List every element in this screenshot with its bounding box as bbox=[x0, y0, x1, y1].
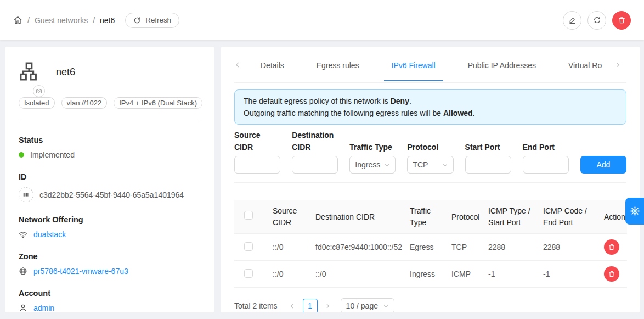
refresh-label: Refresh bbox=[145, 16, 171, 24]
trash-icon bbox=[608, 243, 615, 251]
protocol-select[interactable]: TCP bbox=[407, 156, 453, 174]
cell-destination-cidr: fd0c:c87e:9440:1000::/52 bbox=[311, 234, 405, 261]
trash-icon bbox=[608, 270, 615, 278]
firewall-rules-table: Source CIDR Destination CIDR Traffic Typ… bbox=[234, 200, 627, 288]
field-traffic-type: Traffic Type Ingress bbox=[349, 141, 396, 174]
refresh-button[interactable]: Refresh bbox=[125, 13, 179, 28]
chevron-down-icon bbox=[383, 303, 389, 309]
cell-traffic-type: Ingress bbox=[405, 261, 447, 288]
tag-isolated: Isolated bbox=[19, 97, 55, 109]
cell-source-cidr: ::/0 bbox=[268, 234, 311, 261]
field-end-port: End Port bbox=[523, 141, 569, 174]
tab-ipv6-firewall[interactable]: IPv6 Firewall bbox=[384, 49, 443, 81]
home-icon[interactable] bbox=[13, 15, 22, 25]
next-page-icon[interactable] bbox=[322, 299, 334, 312]
table-row: ::/0 fd0c:c87e:9440:1000::/52 Egress TCP… bbox=[234, 234, 627, 261]
col-source-cidr: Source CIDR bbox=[268, 200, 311, 234]
col-icmp-code-end-port: ICMP Code / End Port bbox=[539, 200, 600, 234]
add-button[interactable]: Add bbox=[580, 156, 626, 174]
detail-card: Details Egress rules IPv6 Firewall Publi… bbox=[221, 47, 640, 312]
restart-button[interactable] bbox=[587, 11, 606, 30]
resource-card: net6 Isolated vlan://1022 IPv4 + IPv6 (D… bbox=[5, 47, 214, 312]
banner-line-1: The default egress policy of this networ… bbox=[244, 95, 617, 107]
breadcrumb-guest-networks[interactable]: Guest networks bbox=[35, 16, 88, 25]
col-icmp-type-start-port: ICMP Type / Start Port bbox=[484, 200, 539, 234]
field-destination-cidr: Destination CIDR bbox=[292, 129, 338, 174]
breadcrumb-net6: net6 bbox=[100, 16, 115, 25]
traffic-type-value: Ingress bbox=[355, 160, 380, 169]
status-label: Status bbox=[19, 136, 201, 144]
traffic-type-select[interactable]: Ingress bbox=[349, 156, 396, 174]
tag-dualstack: IPv4 + IPv6 (Dual Stack) bbox=[114, 97, 202, 109]
reload-icon bbox=[133, 16, 141, 24]
table-footer: Total 2 items 1 10 / page bbox=[234, 298, 626, 312]
section-account: Account admin bbox=[19, 289, 201, 312]
protocol-label: Protocol bbox=[407, 141, 453, 153]
cell-icmp-type-start-port: 2288 bbox=[484, 234, 539, 261]
edit-button[interactable] bbox=[563, 11, 581, 30]
zone-label: Zone bbox=[19, 252, 201, 261]
table-header-row: Source CIDR Destination CIDR Traffic Typ… bbox=[234, 200, 627, 234]
col-traffic-type: Traffic Type bbox=[405, 200, 447, 234]
end-port-label: End Port bbox=[523, 141, 569, 153]
gear-icon bbox=[630, 206, 640, 216]
network-apartment-icon bbox=[19, 61, 41, 83]
select-all-checkbox[interactable] bbox=[244, 211, 253, 220]
cell-icmp-code-end-port: 2288 bbox=[539, 234, 600, 261]
section-id: ID c3d22bb2-5564-45bf-9440-65a5a1401964 bbox=[19, 172, 201, 202]
globe-icon bbox=[19, 267, 27, 276]
status-dot-icon bbox=[19, 152, 24, 158]
breadcrumb: / Guest networks / net6 Refresh bbox=[13, 13, 179, 28]
end-port-input[interactable] bbox=[523, 156, 569, 174]
prev-page-icon[interactable] bbox=[286, 299, 298, 312]
section-status: Status Implemented bbox=[19, 136, 201, 159]
account-label: Account bbox=[19, 289, 201, 298]
source-cidr-label: Source CIDR bbox=[234, 129, 280, 153]
tag-row: Isolated vlan://1022 IPv4 + IPv6 (Dual S… bbox=[19, 97, 201, 109]
egress-policy-banner: The default egress policy of this networ… bbox=[234, 89, 626, 125]
pencil-icon bbox=[568, 16, 577, 24]
tabs-scroll-left-icon[interactable] bbox=[234, 61, 246, 68]
camera-icon[interactable] bbox=[33, 85, 45, 97]
source-cidr-input[interactable] bbox=[234, 156, 280, 174]
network-offering-link[interactable]: dualstack bbox=[33, 230, 66, 239]
destination-cidr-input[interactable] bbox=[292, 156, 338, 174]
cell-protocol: ICMP bbox=[447, 261, 484, 288]
section-network-offering: Network Offering dualstack bbox=[19, 215, 201, 239]
delete-rule-button[interactable] bbox=[604, 239, 619, 255]
tab-virtual-routers[interactable]: Virtual Ro bbox=[561, 49, 608, 81]
delete-rule-button[interactable] bbox=[604, 266, 619, 282]
delete-network-button[interactable] bbox=[612, 11, 631, 30]
cell-icmp-code-end-port: -1 bbox=[539, 261, 600, 288]
page-header: / Guest networks / net6 Refresh bbox=[0, 0, 644, 40]
tabs-scroll-right-icon[interactable] bbox=[614, 61, 626, 68]
header-actions bbox=[563, 11, 631, 30]
start-port-input[interactable] bbox=[465, 156, 511, 174]
add-rule-form: Source CIDR Destination CIDR Traffic Typ… bbox=[234, 129, 626, 174]
page-size-value: 10 / page bbox=[346, 301, 378, 310]
status-value: Implemented bbox=[30, 150, 75, 159]
zone-link[interactable]: pr5786-t4021-vmware-67u3 bbox=[33, 267, 128, 276]
total-items-text: Total 2 items bbox=[234, 301, 278, 310]
field-protocol: Protocol TCP bbox=[407, 141, 453, 174]
tab-details[interactable]: Details bbox=[253, 49, 292, 81]
tab-egress-rules[interactable]: Egress rules bbox=[309, 49, 367, 81]
account-link[interactable]: admin bbox=[33, 304, 54, 312]
row-checkbox[interactable] bbox=[244, 242, 253, 251]
settings-fab-button[interactable] bbox=[625, 198, 644, 225]
trash-icon bbox=[618, 16, 626, 24]
tab-public-ip-addresses[interactable]: Public IP Addresses bbox=[460, 49, 544, 81]
divider bbox=[234, 182, 626, 183]
page-title: net6 bbox=[56, 66, 75, 78]
banner-line-2: Outgoing traffic matching the following … bbox=[244, 107, 617, 119]
cell-source-cidr: ::/0 bbox=[268, 261, 311, 288]
page-size-select[interactable]: 10 / page bbox=[341, 298, 394, 312]
page-number-button[interactable]: 1 bbox=[303, 299, 318, 313]
row-checkbox[interactable] bbox=[244, 269, 253, 278]
breadcrumb-separator: / bbox=[93, 16, 95, 25]
section-zone: Zone pr5786-t4021-vmware-67u3 bbox=[19, 252, 201, 276]
tag-vlan: vlan://1022 bbox=[61, 97, 108, 109]
cell-protocol: TCP bbox=[447, 234, 484, 261]
id-value: c3d22bb2-5564-45bf-9440-65a5a1401964 bbox=[39, 191, 184, 199]
start-port-label: Start Port bbox=[465, 141, 511, 153]
